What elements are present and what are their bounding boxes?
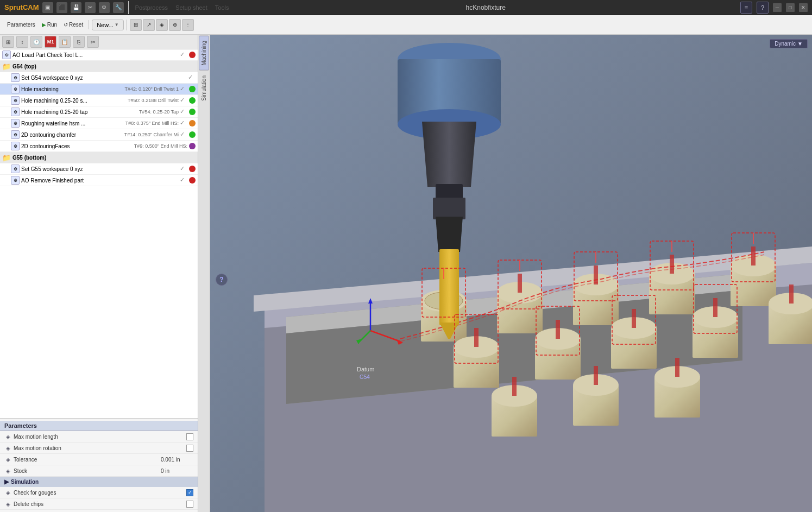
close-button[interactable]: ✕ (799, 3, 808, 12)
op-check-icon: ✓ (180, 85, 187, 93)
op-status-dot (189, 109, 196, 115)
view-mode-dropdown[interactable]: Dynamic ▼ (770, 39, 808, 48)
ops-item-hole-mach1[interactable]: ⚙Hole machiningT#42: 0.120" Drill Twist … (0, 84, 198, 95)
tb-icon-menu[interactable]: ≡ (740, 2, 752, 14)
ops-item-ao-remove[interactable]: ⚙AO Remove Finished part✓ (0, 175, 198, 186)
param-icon-tolerance: ◈ (4, 456, 12, 463)
maximize-button[interactable]: □ (786, 3, 795, 12)
svg-text:Datum: Datum (357, 366, 374, 372)
tools-label[interactable]: Tools (215, 4, 229, 11)
tb-icon-save[interactable]: 💾 (71, 2, 81, 13)
ops-tb-icon-7[interactable]: ✂ (87, 36, 99, 48)
tb-icon-help[interactable]: ? (757, 2, 769, 14)
ops-item-2d-chamfer[interactable]: ⚙2D contouring chamferT#14: 0.250" Chamf… (0, 129, 198, 141)
ops-item-set-g55[interactable]: ⚙Set G55 workspace 0 xyz✓ (0, 163, 198, 175)
op-name: 2D contouringFaces (21, 143, 132, 149)
op-status-dot (189, 143, 196, 149)
tb-icon-a[interactable]: ◈ (156, 19, 168, 31)
op-icon: ⚙ (11, 176, 20, 185)
op-status-dot (189, 166, 196, 172)
sim-checkbox-check-gouges[interactable]: ✓ (186, 489, 193, 496)
setup-sheet-label[interactable]: Setup sheet (175, 4, 207, 11)
param-checkbox-max-motion-rotation[interactable] (186, 445, 193, 452)
param-checkbox-max-motion-length[interactable] (186, 433, 193, 440)
simulation-header: ▶ Simulation (0, 477, 198, 487)
ops-item-g54-top[interactable]: 📁G54 (top) (0, 61, 198, 72)
chevron-down-icon: ▼ (115, 22, 119, 27)
tab-simulation[interactable]: Simulation (199, 71, 209, 106)
op-name: Set G55 workspace 0 xyz (21, 166, 179, 172)
op-icon: ⚙ (11, 96, 20, 105)
help-button[interactable]: ? (216, 274, 228, 286)
svg-marker-74 (436, 217, 463, 252)
sim-label-check-gouges: ◈Check for gouges (4, 489, 186, 496)
op-status-dot (189, 52, 196, 58)
ops-item-2d-faces[interactable]: ⚙2D contouringFacesT#9: 0.500" End Mill … (0, 141, 198, 152)
ops-toolbar: ⊞ ↕ 🕐 M1 📋 ⎘ ✂ (0, 35, 198, 49)
svg-rect-15 (518, 274, 522, 293)
run-button[interactable]: ▶ Run (39, 20, 60, 29)
svg-rect-55 (594, 366, 598, 385)
op-tool: T#50: 0.2188 Drill Twist (128, 98, 179, 103)
ops-tb-icon-m1[interactable]: M1 (45, 36, 56, 48)
titlebar-left: SprutCAM ▣ ⬛ 💾 ✂ ⚙ 🔧 Postprocess Setup s… (4, 1, 231, 14)
param-icon-stock: ◈ (4, 467, 12, 475)
param-label-max-motion-length: ◈Max motion length (4, 433, 186, 440)
ops-tb-icon-6[interactable]: ⎘ (73, 36, 85, 48)
titlebar-right: ≡ ? ─ □ ✕ (740, 2, 808, 14)
op-name: Roughing waterline hsm ... (21, 121, 123, 127)
minimize-button[interactable]: ─ (773, 3, 782, 12)
param-label-max-motion-rotation: ◈Max motion rotation (4, 444, 186, 452)
right-area: Machining Simulation (198, 35, 812, 512)
svg-text:G54: G54 (360, 374, 370, 380)
doc-title: hcKnobfixture (466, 4, 506, 11)
simulation-icon: ▶ (4, 478, 9, 485)
operations-list[interactable]: ⚙AO Load Part Check Tool L...✓📁G54 (top)… (0, 49, 198, 419)
op-check-icon: ✓ (180, 108, 187, 116)
ops-item-g55-bottom[interactable]: 📁G55 (bottom) (0, 152, 198, 163)
ops-tb-icon-3[interactable]: 🕐 (30, 36, 42, 48)
svg-rect-23 (670, 255, 674, 274)
svg-rect-31 (474, 328, 479, 347)
tb-icon-4[interactable]: ✂ (85, 2, 96, 13)
op-icon: ⚙ (11, 142, 20, 150)
sim-row-delete-chips: ◈Delete chips (0, 498, 198, 510)
parameters-section: Parameters ◈Max motion length◈Max motion… (0, 419, 198, 512)
chevron-down-icon: ▼ (797, 41, 803, 47)
tb-icon-2[interactable]: ⬛ (56, 2, 67, 13)
postprocess-label[interactable]: Postprocess (135, 4, 168, 11)
ops-item-hole-mach2[interactable]: ⚙Hole machining 0.25-20 s...T#50: 0.2188… (0, 95, 198, 106)
op-tool: T#9: 0.500" End Mill HS: (134, 143, 187, 149)
tab-machining[interactable]: Machining (199, 36, 209, 71)
op-icon: ⚙ (11, 85, 20, 93)
parameters-button[interactable]: Parameters (4, 20, 38, 29)
tb-icon-c[interactable]: ⋮ (182, 19, 194, 31)
op-status-dot (189, 177, 196, 184)
tb-icon-6[interactable]: 🔧 (113, 2, 124, 13)
ops-item-roughing[interactable]: ⚙Roughing waterline hsm ...T#8: 0.375" E… (0, 118, 198, 129)
tb-icon-1[interactable]: ▣ (42, 2, 53, 13)
op-name: Hole machining 0.25-20 tap (21, 109, 137, 115)
ops-tb-icon-5[interactable]: 📋 (59, 36, 71, 48)
tb-icon-b[interactable]: ⊕ (169, 19, 181, 31)
titlebar: SprutCAM ▣ ⬛ 💾 ✂ ⚙ 🔧 Postprocess Setup s… (0, 0, 812, 15)
new-button[interactable]: New... ▼ (92, 20, 124, 30)
tb-grid-icon[interactable]: ⊞ (130, 19, 142, 31)
ops-item-hole-mach3[interactable]: ⚙Hole machining 0.25-20 tapT#54: 0.25-20… (0, 106, 198, 118)
sim-checkbox-delete-chips[interactable] (186, 501, 193, 508)
tb-icon-5[interactable]: ⚙ (99, 2, 110, 13)
op-check-icon: ✓ (180, 97, 187, 104)
op-status-dot (189, 86, 196, 92)
op-check-icon: ✓ (180, 176, 187, 184)
ops-item-set-g54[interactable]: ⚙Set G54 workspace 0 xyz✓ (0, 72, 198, 84)
op-icon: ⚙ (11, 108, 20, 116)
ops-item-ao-load[interactable]: ⚙AO Load Part Check Tool L...✓ (0, 49, 198, 61)
ops-tb-icon-1[interactable]: ⊞ (2, 36, 14, 48)
toolbar-params-group: Parameters ▶ Run ↺ Reset (2, 20, 89, 29)
param-icon-max-motion-length: ◈ (4, 433, 12, 440)
reset-button[interactable]: ↺ Reset (61, 20, 86, 29)
ops-tb-icon-2[interactable]: ↕ (16, 36, 28, 48)
scene-svg: Datum G54 (210, 35, 812, 512)
tb-arrow-icon[interactable]: ↗ (143, 19, 155, 31)
svg-rect-43 (713, 298, 717, 317)
